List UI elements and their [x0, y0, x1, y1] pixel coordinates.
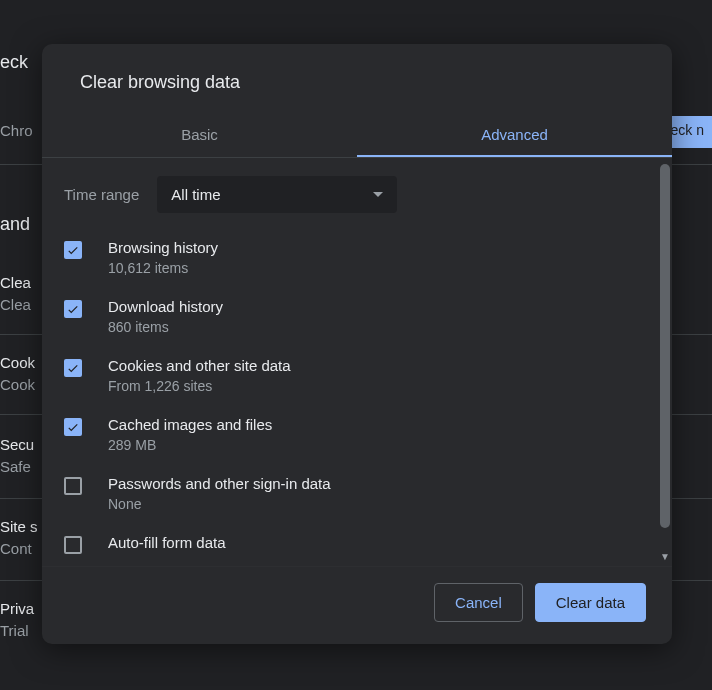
- bg-frag: Cont: [0, 540, 32, 557]
- clear-data-item: Cached images and files289 MB: [64, 416, 640, 453]
- bg-frag: Clea: [0, 296, 31, 313]
- scrollbar[interactable]: ▼: [660, 164, 670, 560]
- item-subtitle: 860 items: [108, 319, 223, 335]
- bg-frag: Secu: [0, 436, 34, 453]
- clear-data-item: Browsing history10,612 items: [64, 239, 640, 276]
- bg-frag: Safe: [0, 458, 31, 475]
- bg-frag: Trial: [0, 622, 29, 639]
- clear-browsing-data-dialog: Clear browsing data Basic Advanced Time …: [42, 44, 672, 644]
- bg-frag: Chro: [0, 122, 33, 139]
- time-range-value: All time: [171, 186, 220, 203]
- clear-data-item: Passwords and other sign-in dataNone: [64, 475, 640, 512]
- tab-basic[interactable]: Basic: [42, 115, 357, 157]
- item-title: Passwords and other sign-in data: [108, 475, 331, 492]
- bg-frag: eck: [0, 52, 28, 73]
- chevron-down-icon: [373, 192, 383, 197]
- item-checkbox[interactable]: [64, 477, 82, 495]
- clear-data-item: Auto-fill form data: [64, 534, 640, 555]
- item-title: Auto-fill form data: [108, 534, 226, 551]
- dialog-tabs: Basic Advanced: [42, 115, 672, 158]
- item-checkbox[interactable]: [64, 241, 82, 259]
- item-checkbox[interactable]: [64, 536, 82, 554]
- item-title: Browsing history: [108, 239, 218, 256]
- item-checkbox[interactable]: [64, 300, 82, 318]
- item-subtitle: 289 MB: [108, 437, 272, 453]
- dialog-title: Clear browsing data: [42, 44, 672, 93]
- bg-frag: Cook: [0, 354, 35, 371]
- bg-frag: Priva: [0, 600, 34, 617]
- bg-frag: and: [0, 214, 30, 235]
- bg-frag: Site s: [0, 518, 38, 535]
- scrollbar-thumb[interactable]: [660, 164, 670, 528]
- time-range-label: Time range: [64, 186, 139, 203]
- item-checkbox[interactable]: [64, 359, 82, 377]
- cancel-button[interactable]: Cancel: [434, 583, 523, 622]
- item-title: Download history: [108, 298, 223, 315]
- clear-data-item: Download history860 items: [64, 298, 640, 335]
- item-subtitle: None: [108, 496, 331, 512]
- time-range-select[interactable]: All time: [157, 176, 397, 213]
- item-title: Cookies and other site data: [108, 357, 291, 374]
- item-checkbox[interactable]: [64, 418, 82, 436]
- clear-data-item: Cookies and other site dataFrom 1,226 si…: [64, 357, 640, 394]
- dialog-footer: Cancel Clear data: [42, 566, 672, 644]
- clear-data-button[interactable]: Clear data: [535, 583, 646, 622]
- bg-frag: Cook: [0, 376, 35, 393]
- tab-advanced[interactable]: Advanced: [357, 115, 672, 157]
- bg-frag: Clea: [0, 274, 31, 291]
- dialog-scroll-area: Time range All time Browsing history10,6…: [42, 158, 660, 566]
- item-title: Cached images and files: [108, 416, 272, 433]
- item-subtitle: From 1,226 sites: [108, 378, 291, 394]
- item-subtitle: 10,612 items: [108, 260, 218, 276]
- scroll-down-arrow-icon[interactable]: ▼: [660, 552, 670, 562]
